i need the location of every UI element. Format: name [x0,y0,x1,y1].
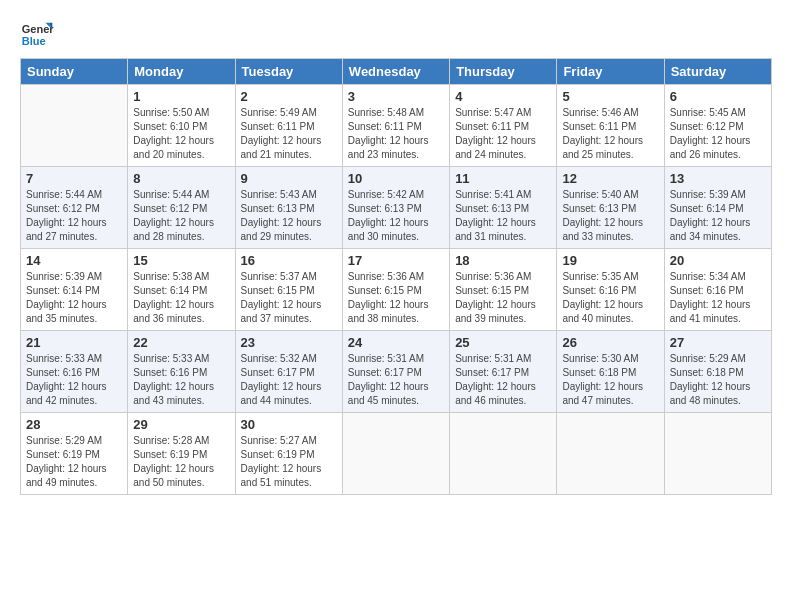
calendar-cell: 19Sunrise: 5:35 AMSunset: 6:16 PMDayligh… [557,249,664,331]
day-info: Sunrise: 5:48 AMSunset: 6:11 PMDaylight:… [348,106,444,162]
day-number: 29 [133,417,229,432]
day-info: Sunrise: 5:37 AMSunset: 6:15 PMDaylight:… [241,270,337,326]
weekday-header-sunday: Sunday [21,59,128,85]
day-info: Sunrise: 5:27 AMSunset: 6:19 PMDaylight:… [241,434,337,490]
day-number: 3 [348,89,444,104]
calendar-cell [450,413,557,495]
calendar-cell: 24Sunrise: 5:31 AMSunset: 6:17 PMDayligh… [342,331,449,413]
day-number: 2 [241,89,337,104]
day-info: Sunrise: 5:31 AMSunset: 6:17 PMDaylight:… [455,352,551,408]
calendar-cell: 5Sunrise: 5:46 AMSunset: 6:11 PMDaylight… [557,85,664,167]
day-info: Sunrise: 5:29 AMSunset: 6:19 PMDaylight:… [26,434,122,490]
day-info: Sunrise: 5:46 AMSunset: 6:11 PMDaylight:… [562,106,658,162]
svg-text:Blue: Blue [22,35,46,47]
day-number: 10 [348,171,444,186]
day-number: 13 [670,171,766,186]
weekday-header-thursday: Thursday [450,59,557,85]
day-number: 26 [562,335,658,350]
day-info: Sunrise: 5:38 AMSunset: 6:14 PMDaylight:… [133,270,229,326]
day-info: Sunrise: 5:45 AMSunset: 6:12 PMDaylight:… [670,106,766,162]
calendar-cell: 28Sunrise: 5:29 AMSunset: 6:19 PMDayligh… [21,413,128,495]
day-info: Sunrise: 5:39 AMSunset: 6:14 PMDaylight:… [670,188,766,244]
weekday-header-wednesday: Wednesday [342,59,449,85]
day-number: 27 [670,335,766,350]
calendar-cell: 15Sunrise: 5:38 AMSunset: 6:14 PMDayligh… [128,249,235,331]
day-info: Sunrise: 5:34 AMSunset: 6:16 PMDaylight:… [670,270,766,326]
day-info: Sunrise: 5:40 AMSunset: 6:13 PMDaylight:… [562,188,658,244]
day-number: 15 [133,253,229,268]
weekday-header-saturday: Saturday [664,59,771,85]
day-number: 7 [26,171,122,186]
calendar-cell: 29Sunrise: 5:28 AMSunset: 6:19 PMDayligh… [128,413,235,495]
week-row-4: 21Sunrise: 5:33 AMSunset: 6:16 PMDayligh… [21,331,772,413]
day-number: 22 [133,335,229,350]
calendar-cell [342,413,449,495]
calendar-cell: 13Sunrise: 5:39 AMSunset: 6:14 PMDayligh… [664,167,771,249]
header: General Blue [20,16,772,50]
calendar-cell: 8Sunrise: 5:44 AMSunset: 6:12 PMDaylight… [128,167,235,249]
day-info: Sunrise: 5:39 AMSunset: 6:14 PMDaylight:… [26,270,122,326]
week-row-2: 7Sunrise: 5:44 AMSunset: 6:12 PMDaylight… [21,167,772,249]
calendar-cell: 9Sunrise: 5:43 AMSunset: 6:13 PMDaylight… [235,167,342,249]
calendar-cell: 14Sunrise: 5:39 AMSunset: 6:14 PMDayligh… [21,249,128,331]
day-info: Sunrise: 5:36 AMSunset: 6:15 PMDaylight:… [455,270,551,326]
day-number: 8 [133,171,229,186]
calendar-cell: 18Sunrise: 5:36 AMSunset: 6:15 PMDayligh… [450,249,557,331]
day-number: 16 [241,253,337,268]
day-info: Sunrise: 5:30 AMSunset: 6:18 PMDaylight:… [562,352,658,408]
day-number: 21 [26,335,122,350]
day-info: Sunrise: 5:33 AMSunset: 6:16 PMDaylight:… [26,352,122,408]
calendar-cell: 4Sunrise: 5:47 AMSunset: 6:11 PMDaylight… [450,85,557,167]
calendar-cell: 3Sunrise: 5:48 AMSunset: 6:11 PMDaylight… [342,85,449,167]
day-info: Sunrise: 5:47 AMSunset: 6:11 PMDaylight:… [455,106,551,162]
day-number: 20 [670,253,766,268]
day-number: 30 [241,417,337,432]
day-info: Sunrise: 5:33 AMSunset: 6:16 PMDaylight:… [133,352,229,408]
day-info: Sunrise: 5:50 AMSunset: 6:10 PMDaylight:… [133,106,229,162]
calendar-cell: 27Sunrise: 5:29 AMSunset: 6:18 PMDayligh… [664,331,771,413]
day-number: 17 [348,253,444,268]
logo-icon: General Blue [20,16,54,50]
day-number: 12 [562,171,658,186]
weekday-header-row: SundayMondayTuesdayWednesdayThursdayFrid… [21,59,772,85]
calendar-cell [664,413,771,495]
day-info: Sunrise: 5:31 AMSunset: 6:17 PMDaylight:… [348,352,444,408]
week-row-1: 1Sunrise: 5:50 AMSunset: 6:10 PMDaylight… [21,85,772,167]
calendar-cell: 12Sunrise: 5:40 AMSunset: 6:13 PMDayligh… [557,167,664,249]
calendar-cell: 26Sunrise: 5:30 AMSunset: 6:18 PMDayligh… [557,331,664,413]
day-info: Sunrise: 5:42 AMSunset: 6:13 PMDaylight:… [348,188,444,244]
day-info: Sunrise: 5:28 AMSunset: 6:19 PMDaylight:… [133,434,229,490]
day-info: Sunrise: 5:44 AMSunset: 6:12 PMDaylight:… [26,188,122,244]
day-number: 4 [455,89,551,104]
day-number: 18 [455,253,551,268]
day-number: 19 [562,253,658,268]
calendar-cell: 2Sunrise: 5:49 AMSunset: 6:11 PMDaylight… [235,85,342,167]
calendar-cell: 11Sunrise: 5:41 AMSunset: 6:13 PMDayligh… [450,167,557,249]
weekday-header-tuesday: Tuesday [235,59,342,85]
calendar-table: SundayMondayTuesdayWednesdayThursdayFrid… [20,58,772,495]
calendar-cell: 10Sunrise: 5:42 AMSunset: 6:13 PMDayligh… [342,167,449,249]
day-number: 9 [241,171,337,186]
day-number: 25 [455,335,551,350]
week-row-3: 14Sunrise: 5:39 AMSunset: 6:14 PMDayligh… [21,249,772,331]
calendar-cell: 17Sunrise: 5:36 AMSunset: 6:15 PMDayligh… [342,249,449,331]
calendar-cell: 21Sunrise: 5:33 AMSunset: 6:16 PMDayligh… [21,331,128,413]
day-number: 24 [348,335,444,350]
calendar-cell: 1Sunrise: 5:50 AMSunset: 6:10 PMDaylight… [128,85,235,167]
day-info: Sunrise: 5:41 AMSunset: 6:13 PMDaylight:… [455,188,551,244]
calendar-cell: 6Sunrise: 5:45 AMSunset: 6:12 PMDaylight… [664,85,771,167]
day-number: 28 [26,417,122,432]
calendar-cell [21,85,128,167]
calendar-cell: 7Sunrise: 5:44 AMSunset: 6:12 PMDaylight… [21,167,128,249]
weekday-header-monday: Monday [128,59,235,85]
calendar-cell: 16Sunrise: 5:37 AMSunset: 6:15 PMDayligh… [235,249,342,331]
calendar-cell: 30Sunrise: 5:27 AMSunset: 6:19 PMDayligh… [235,413,342,495]
calendar-cell: 22Sunrise: 5:33 AMSunset: 6:16 PMDayligh… [128,331,235,413]
weekday-header-friday: Friday [557,59,664,85]
day-info: Sunrise: 5:29 AMSunset: 6:18 PMDaylight:… [670,352,766,408]
day-info: Sunrise: 5:32 AMSunset: 6:17 PMDaylight:… [241,352,337,408]
day-info: Sunrise: 5:36 AMSunset: 6:15 PMDaylight:… [348,270,444,326]
day-info: Sunrise: 5:44 AMSunset: 6:12 PMDaylight:… [133,188,229,244]
day-number: 14 [26,253,122,268]
day-number: 5 [562,89,658,104]
